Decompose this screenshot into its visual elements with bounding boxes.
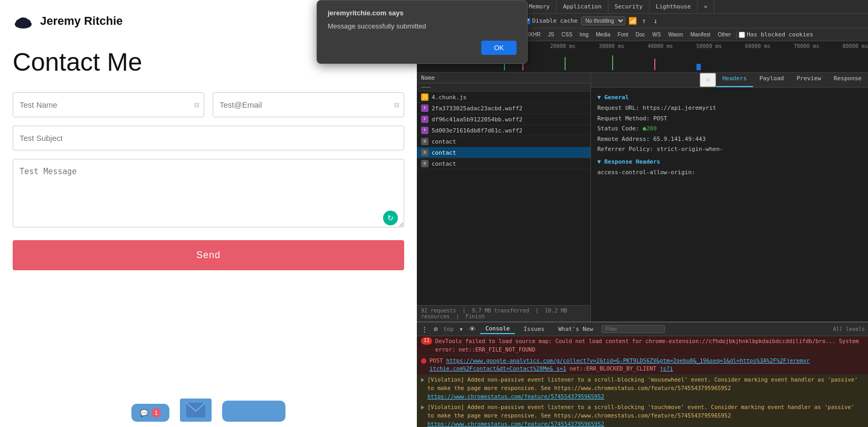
remote-address-row: Remote Address: 65.9.141.49:443: [597, 135, 862, 144]
console-eye-icon[interactable]: 👁: [469, 325, 477, 334]
console-entry-post-error: POST https://www.google-analytics.com/g/…: [417, 356, 868, 375]
filter-img[interactable]: Img: [577, 31, 592, 38]
filter-ws[interactable]: WS: [649, 31, 664, 38]
filter-wasm[interactable]: Wasm: [665, 31, 686, 38]
filter-js[interactable]: JS: [545, 31, 557, 38]
console-filter-input[interactable]: [602, 325, 665, 333]
subject-input[interactable]: [13, 126, 404, 150]
details-tab-response[interactable]: Response: [827, 73, 868, 87]
throttle-select[interactable]: No throttling: [581, 16, 625, 25]
filter-media[interactable]: Media: [593, 31, 613, 38]
bottom-decoration: 💬 1: [0, 348, 417, 427]
timeline-label-5: 50000 ms: [697, 43, 722, 49]
chromestatus-link-1[interactable]: https://www.chromestatus.com/feature/574…: [427, 393, 604, 400]
timeline-bar-6: [697, 64, 701, 70]
console-text-1: DevTools failed to load source map: Coul…: [435, 337, 864, 354]
filter-manifest[interactable]: Manifest: [687, 31, 713, 38]
filter-css[interactable]: CSS: [558, 31, 576, 38]
details-tab-preview[interactable]: Preview: [790, 73, 827, 87]
font-icon-1: F: [421, 105, 428, 112]
tab-more[interactable]: »: [698, 0, 714, 13]
message-textarea[interactable]: [13, 159, 404, 227]
console-tab-issues[interactable]: Issues: [518, 325, 550, 334]
filter-other[interactable]: Other: [714, 31, 734, 38]
js-icon: JS: [421, 93, 428, 101]
warning-triangle-1: [421, 378, 424, 382]
separator-row: ───: [417, 83, 590, 92]
console-menu-icon[interactable]: ⋮: [420, 325, 428, 334]
disable-cache-checkbox[interactable]: Disable cache: [524, 17, 577, 24]
request-item-chunk-js[interactable]: JS 4.chunk.js: [417, 92, 590, 103]
request-name-7: contact: [432, 160, 586, 167]
svg-point-3: [18, 17, 28, 25]
wifi-icon[interactable]: 📶: [628, 17, 637, 25]
request-name-5: contact: [432, 138, 586, 145]
details-close-button[interactable]: ✕: [700, 73, 716, 87]
email-input[interactable]: [220, 100, 387, 109]
tab-security[interactable]: Security: [608, 0, 650, 13]
email-field-wrapper: ⊟: [213, 92, 404, 117]
request-item-woff2-1[interactable]: F 2fa3733025adac23acbd.woff2: [417, 103, 590, 114]
console-text-2: POST https://www.google-analytics.com/g/…: [430, 357, 864, 374]
request-item-contact-1[interactable]: D contact: [417, 136, 590, 147]
tab-lighthouse[interactable]: Lighthouse: [650, 0, 698, 13]
request-item-woff2-3[interactable]: F 5d003e71616db8f7d61c.woff2: [417, 125, 590, 136]
request-item-contact-2[interactable]: D contact: [417, 147, 590, 158]
request-method-row: Request Method: POST: [597, 115, 862, 124]
filter-font[interactable]: Font: [615, 31, 632, 38]
has-blocked-cookies-checkbox[interactable]: Has blocked cookies: [739, 31, 813, 38]
console-text-3: [Violation] Added non-passive event list…: [427, 376, 864, 401]
filter-sep2: [736, 31, 737, 39]
ga-link[interactable]: https://www.google-analytics.com/g/colle…: [430, 357, 810, 372]
request-item-woff2-2[interactable]: F df96c41aa5b9122054bb.woff2: [417, 114, 590, 125]
tab-application[interactable]: Application: [557, 0, 608, 13]
status-code-value: ●: [643, 125, 646, 134]
doc-icon-1: D: [421, 138, 428, 145]
font-icon-3: F: [421, 127, 428, 134]
details-tab-payload[interactable]: Payload: [753, 73, 790, 87]
download-icon[interactable]: ↓: [652, 17, 660, 25]
referrer-policy-value: Referrer Policy: strict-origin-when-: [597, 145, 723, 154]
request-item-contact-3[interactable]: D contact: [417, 158, 590, 169]
console-level-label: All levels: [833, 326, 865, 332]
upload-icon[interactable]: ↑: [640, 17, 648, 25]
chat-bubble-decoration: 💬 1: [131, 404, 169, 422]
alert-domain: jeremyritchie.com says: [328, 9, 517, 17]
request-url-row: Request URL: https://api.jeremyrit: [597, 104, 862, 113]
response-headers-section: ▼ Response Headers: [597, 158, 862, 165]
timeline-label-3: 30000 ms: [599, 43, 624, 49]
error-badge-11: 11: [421, 337, 432, 345]
details-panel: ✕ Headers Payload Preview Response ▼ Gen…: [591, 73, 868, 321]
chromestatus-link-2[interactable]: https://www.chromestatus.com/feature/574…: [427, 421, 604, 427]
js-link[interactable]: js?i: [660, 365, 673, 372]
name-input[interactable]: [20, 100, 187, 109]
message-card-decoration: [222, 401, 285, 422]
timeline-label-2: 20000 ms: [550, 43, 575, 49]
console-context-label: top: [443, 326, 454, 333]
details-tab-bar: ✕ Headers Payload Preview Response: [591, 73, 868, 88]
network-content: Name ─── JS 4.chunk.js F 2fa3733025adac2…: [417, 73, 868, 321]
console-panel: ⋮ ⊘ top ▾ 👁 Console Issues What's New Al…: [417, 321, 868, 427]
has-blocked-cookies-input[interactable]: [739, 32, 745, 38]
envelope-icon: [180, 398, 212, 422]
name-field-wrapper: ⊟: [13, 92, 204, 117]
status-code-label: Status Code:: [597, 125, 639, 134]
timeline-label-4: 40000 ms: [647, 43, 673, 49]
transferred-size: 9.7 MB transferred: [472, 308, 529, 314]
alert-ok-button[interactable]: OK: [481, 41, 517, 55]
console-context-dropdown-icon[interactable]: ▾: [457, 325, 465, 334]
filter-doc[interactable]: Doc: [633, 31, 648, 38]
request-name-4: 5d003e71616db8f7d61c.woff2: [432, 127, 586, 134]
details-tab-headers[interactable]: Headers: [716, 73, 753, 87]
chat-badge: 1: [151, 408, 161, 417]
console-tab-whats-new[interactable]: What's New: [553, 325, 598, 334]
request-name-6: contact: [432, 149, 586, 156]
response-header-value: access-control-allow-origin:: [597, 168, 695, 177]
textarea-refresh-icon[interactable]: ↻: [383, 211, 398, 225]
request-url-value: Request URL: https://api.jeremyrit: [597, 104, 716, 113]
timeline-bar-4: [612, 55, 613, 70]
timeline-labels: 10000 ms 20000 ms 30000 ms 40000 ms 5000…: [501, 43, 868, 49]
console-tab-console[interactable]: Console: [480, 324, 515, 334]
console-stop-icon[interactable]: ⊘: [432, 325, 440, 334]
send-button[interactable]: Send: [13, 240, 404, 270]
